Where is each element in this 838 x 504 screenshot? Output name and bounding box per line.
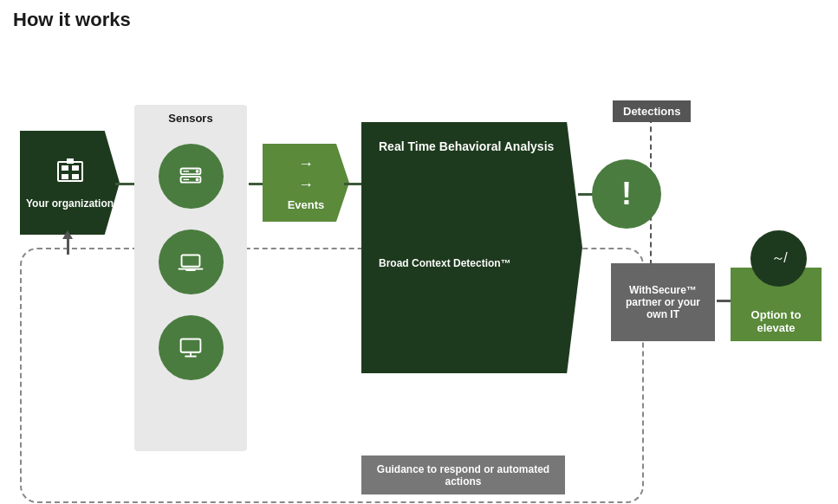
events-label: Events: [288, 198, 325, 211]
elevate-label: Option to elevate: [736, 308, 816, 334]
svg-point-8: [196, 169, 199, 172]
svg-rect-14: [185, 268, 195, 270]
org-icon: [55, 155, 86, 192]
withsecure-box: WithSecure™ partner or your own IT: [611, 263, 715, 341]
svg-rect-15: [181, 339, 201, 352]
withsecure-label: WithSecure™ partner or your own IT: [618, 284, 708, 320]
diagram: Your organization Sensors: [13, 48, 836, 499]
alert-circle: !: [592, 159, 661, 229]
org-label: Your organization: [26, 197, 114, 211]
detections-label: Detections: [623, 105, 680, 118]
laptop-sensor-circle: [159, 229, 224, 294]
svg-rect-1: [62, 165, 68, 171]
org-box: Your organization: [20, 131, 120, 235]
analysis-subtitle: Broad Context Detection™: [379, 257, 565, 269]
svg-rect-3: [62, 174, 68, 179]
elevate-icon: ～/: [771, 249, 785, 268]
events-arrows-icon: →→: [298, 154, 314, 195]
analysis-title: Real Time Behavioral Analysis: [379, 139, 565, 153]
guidance-box: Guidance to respond or automated actions: [361, 456, 565, 494]
server-sensor-circle: [159, 144, 224, 209]
svg-rect-12: [182, 255, 200, 266]
events-box: →→ Events: [263, 144, 349, 222]
sensors-label: Sensors: [168, 112, 212, 125]
svg-point-9: [196, 178, 199, 181]
svg-rect-5: [67, 158, 74, 164]
sensors-panel: Sensors: [134, 105, 247, 451]
alert-symbol: !: [621, 176, 632, 212]
detections-box: Detections: [613, 100, 691, 122]
svg-rect-4: [72, 174, 79, 179]
analysis-box: Real Time Behavioral Analysis Broad Cont…: [361, 122, 582, 373]
guidance-label: Guidance to respond or automated actions: [366, 463, 561, 488]
elevate-circle: ～/: [750, 230, 807, 287]
svg-rect-2: [72, 165, 79, 171]
desktop-sensor-circle: [159, 315, 224, 380]
feedback-up-arrow: [67, 237, 69, 255]
page-title: How it works: [13, 9, 825, 31]
